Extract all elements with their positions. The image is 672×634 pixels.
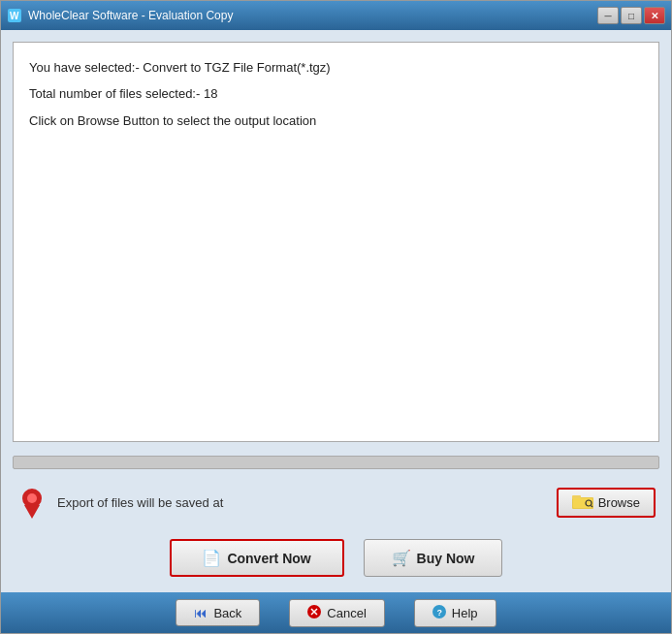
save-location-row: Export of files will be saved at Browse	[13, 481, 659, 523]
cart-icon: 🛒	[392, 549, 411, 567]
buynow-label: Buy Now	[417, 551, 475, 566]
back-label: Back	[213, 606, 241, 620]
title-bar-buttons: ─ □ ✕	[597, 7, 665, 24]
svg-rect-7	[573, 498, 592, 508]
browse-label: Browse	[598, 495, 640, 510]
title-bar: W WholeClear Software - Evaluation Copy …	[1, 1, 671, 30]
progress-area	[13, 452, 659, 471]
cancel-button[interactable]: Cancel	[289, 599, 384, 627]
window-content: You have selected:- Convert to TGZ File …	[1, 30, 671, 592]
action-row: 📄 Convert Now 🛒 Buy Now	[13, 533, 659, 581]
browse-button[interactable]: Browse	[557, 488, 656, 518]
back-button[interactable]: ⏮ Back	[176, 599, 260, 626]
app-icon: W	[7, 8, 22, 23]
help-icon: ?	[432, 605, 446, 621]
help-label: Help	[452, 606, 478, 620]
svg-text:W: W	[10, 11, 19, 21]
info-line-1: You have selected:- Convert to TGZ File …	[29, 56, 643, 79]
svg-text:?: ?	[436, 608, 442, 618]
info-line-3: Click on Browse Button to select the out…	[29, 110, 643, 132]
svg-point-3	[27, 493, 37, 503]
main-window: W WholeClear Software - Evaluation Copy …	[0, 0, 672, 634]
convert-now-button[interactable]: 📄 Convert Now	[170, 539, 344, 577]
back-icon: ⏮	[194, 605, 208, 620]
folder-icon	[572, 493, 593, 512]
save-location-label: Export of files will be saved at	[57, 495, 547, 510]
info-box: You have selected:- Convert to TGZ File …	[13, 42, 659, 442]
close-button[interactable]: ✕	[644, 7, 665, 24]
maximize-button[interactable]: □	[621, 7, 642, 24]
bottom-bar: ⏮ Back Cancel ? Help	[1, 592, 671, 633]
info-line-2: Total number of files selected:- 18	[29, 82, 643, 105]
title-bar-left: W WholeClear Software - Evaluation Copy	[7, 8, 233, 23]
convert-label: Convert Now	[227, 551, 310, 566]
minimize-button[interactable]: ─	[597, 7, 619, 24]
location-icon	[16, 487, 48, 518]
help-button[interactable]: ? Help	[414, 599, 496, 627]
window-title: WholeClear Software - Evaluation Copy	[28, 9, 233, 22]
progress-bar-track	[13, 456, 659, 469]
convert-icon: 📄	[202, 549, 221, 567]
cancel-icon	[307, 605, 321, 621]
buy-now-button[interactable]: 🛒 Buy Now	[364, 539, 503, 577]
cancel-label: Cancel	[327, 606, 366, 620]
svg-marker-4	[24, 505, 40, 519]
